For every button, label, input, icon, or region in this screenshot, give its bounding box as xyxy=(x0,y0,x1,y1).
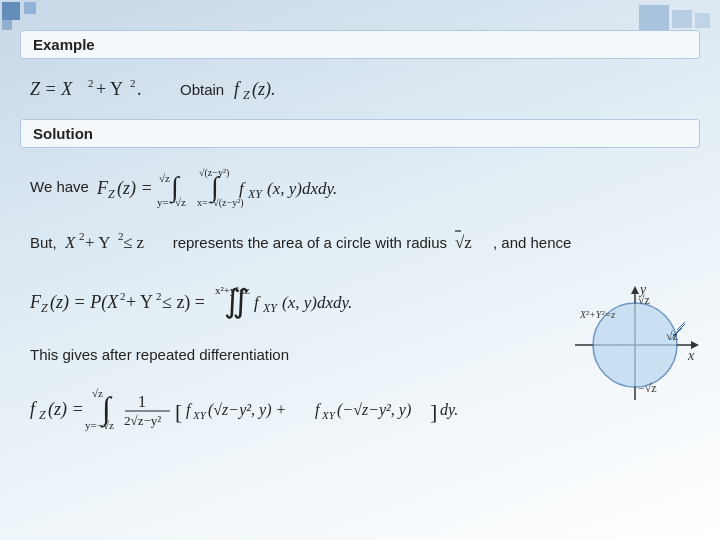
svg-text:(x, y)dxdy.: (x, y)dxdy. xyxy=(267,179,337,198)
svg-text:Z: Z xyxy=(108,187,115,201)
decorative-square-2 xyxy=(2,20,12,30)
svg-text:+ Y: + Y xyxy=(85,233,110,252)
svg-text:1: 1 xyxy=(138,393,146,410)
svg-text:f: f xyxy=(315,401,322,419)
svg-text:Z: Z xyxy=(243,88,250,102)
svg-text:X²+Y²=z: X²+Y²=z xyxy=(579,309,615,320)
svg-text:dy.: dy. xyxy=(440,401,458,419)
svg-text:f: f xyxy=(234,79,242,99)
we-have-label: We have xyxy=(30,178,89,195)
svg-text:XY: XY xyxy=(192,409,208,421)
solution-label: Solution xyxy=(33,125,93,142)
svg-text:2: 2 xyxy=(156,290,162,302)
svg-text:Z: Z xyxy=(39,408,46,422)
circle-inequality: X 2 + Y 2 ≤ z xyxy=(65,226,165,258)
and-hence-label: , and hence xyxy=(493,234,571,251)
main-content: Example Z = X 2 + Y 2 . Obtain f Z (z). … xyxy=(20,30,700,520)
example-label: Example xyxy=(33,36,95,53)
svg-text:XY: XY xyxy=(321,409,337,421)
svg-text:(z) =: (z) = xyxy=(48,399,84,420)
svg-text:(√z−y², y) +: (√z−y², y) + xyxy=(208,401,286,419)
svg-text:2: 2 xyxy=(88,77,94,89)
sqrt-z-radius: √z xyxy=(455,228,485,256)
svg-text:−√z: −√z xyxy=(638,381,657,395)
svg-text:≤ z) =: ≤ z) = xyxy=(162,292,205,313)
svg-text:(z).: (z). xyxy=(252,79,276,100)
svg-text:2√z−y²: 2√z−y² xyxy=(124,413,161,428)
svg-text:2: 2 xyxy=(120,290,126,302)
fz-formula: f Z (z). xyxy=(234,73,294,105)
svg-text:X: X xyxy=(65,233,76,252)
svg-text:(−√z−y², y): (−√z−y², y) xyxy=(337,401,411,419)
z-equals-formula: Z = X 2 + Y 2 . xyxy=(30,73,170,105)
solution-box: Solution xyxy=(20,119,700,148)
svg-text:]: ] xyxy=(430,399,437,424)
svg-text:[: [ xyxy=(175,399,182,424)
second-formula: F Z (z) = P(X 2 + Y 2 ≤ z) = x²+y²≤z ∬ f… xyxy=(30,274,530,326)
svg-text:2: 2 xyxy=(79,230,85,242)
svg-text:.: . xyxy=(137,79,142,99)
svg-text:2: 2 xyxy=(130,77,136,89)
svg-text:Z = X: Z = X xyxy=(30,79,73,99)
svg-text:f: f xyxy=(239,179,246,198)
svg-text:(z) = P(X: (z) = P(X xyxy=(50,292,119,313)
svg-text:(z) =: (z) = xyxy=(117,178,153,199)
svg-text:f: f xyxy=(186,401,193,419)
svg-text:√z: √z xyxy=(666,329,678,343)
svg-text:+ Y: + Y xyxy=(126,292,153,312)
svg-text:(x, y)dxdy.: (x, y)dxdy. xyxy=(282,293,352,312)
svg-text:+ Y: + Y xyxy=(96,79,123,99)
svg-text:x: x xyxy=(687,348,695,363)
example-formula-row: Z = X 2 + Y 2 . Obtain f Z (z). xyxy=(30,73,700,105)
svg-text:XY: XY xyxy=(262,301,278,315)
but-row: But, X 2 + Y 2 ≤ z represents the area o… xyxy=(30,226,700,258)
svg-text:∬: ∬ xyxy=(224,283,249,319)
svg-text:√z: √z xyxy=(159,172,170,184)
svg-text:Z: Z xyxy=(41,301,48,315)
but-label: But, xyxy=(30,234,57,251)
svg-text:f: f xyxy=(30,399,38,419)
bottom-formula: f Z (z) = √z y=−√z ∫ 1 2√z−y² [ f XY (√z… xyxy=(30,379,610,437)
example-box: Example xyxy=(20,30,700,59)
we-have-row: We have F Z (z) = √z y=−√z ∫ √(z−y²) x=−… xyxy=(30,162,700,210)
circle-desc: represents the area of a circle with rad… xyxy=(173,234,447,251)
circle-diagram: y x √z √z −√z X²+Y²=z xyxy=(570,280,700,410)
we-have-formula: F Z (z) = √z y=−√z ∫ √(z−y²) x=−√(z−y²) … xyxy=(97,162,437,210)
svg-text:x=−√(z−y²): x=−√(z−y²) xyxy=(197,197,244,209)
svg-text:≤ z: ≤ z xyxy=(123,233,145,252)
svg-text:f: f xyxy=(254,293,261,312)
svg-text:√z: √z xyxy=(455,233,472,252)
svg-text:XY: XY xyxy=(247,187,263,201)
svg-text:√z: √z xyxy=(638,293,650,307)
this-gives-label: This gives after repeated differentiatio… xyxy=(30,346,289,363)
obtain-label: Obtain xyxy=(180,81,224,98)
